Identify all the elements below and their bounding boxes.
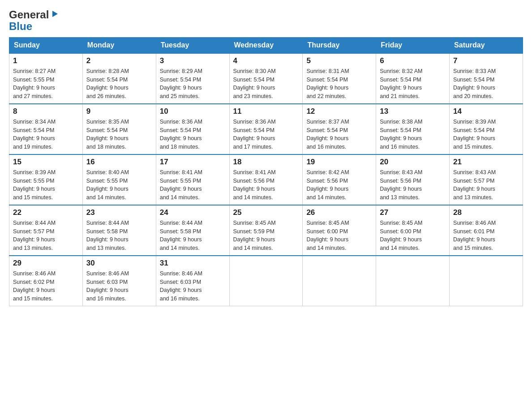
- day-info: Sunrise: 8:37 AMSunset: 5:54 PMDaylight:…: [306, 118, 372, 151]
- day-cell-10: 10Sunrise: 8:36 AMSunset: 5:54 PMDayligh…: [156, 104, 229, 154]
- day-number: 1: [13, 56, 79, 65]
- day-info: Sunrise: 8:44 AMSunset: 5:58 PMDaylight:…: [160, 219, 226, 253]
- day-cell-4: 4Sunrise: 8:30 AMSunset: 5:54 PMDaylight…: [229, 53, 303, 104]
- day-info: Sunrise: 8:29 AMSunset: 5:54 PMDaylight:…: [160, 67, 226, 101]
- day-info: Sunrise: 8:40 AMSunset: 5:55 PMDaylight:…: [86, 168, 152, 202]
- day-number: 25: [233, 208, 299, 217]
- day-cell-7: 7Sunrise: 8:33 AMSunset: 5:54 PMDaylight…: [450, 53, 523, 104]
- week-row-4: 22Sunrise: 8:44 AMSunset: 5:57 PMDayligh…: [9, 205, 523, 256]
- day-info: Sunrise: 8:41 AMSunset: 5:55 PMDaylight:…: [160, 168, 226, 202]
- svg-marker-0: [52, 11, 58, 17]
- day-info: Sunrise: 8:35 AMSunset: 5:54 PMDaylight:…: [86, 118, 152, 151]
- day-number: 26: [306, 208, 372, 217]
- day-number: 18: [233, 158, 299, 167]
- day-cell-29: 29Sunrise: 8:46 AMSunset: 6:02 PMDayligh…: [9, 256, 83, 306]
- day-cell-31: 31Sunrise: 8:46 AMSunset: 6:03 PMDayligh…: [156, 256, 229, 306]
- day-info: Sunrise: 8:31 AMSunset: 5:54 PMDaylight:…: [306, 67, 372, 101]
- day-number: 15: [13, 158, 79, 167]
- empty-cell: [450, 256, 523, 306]
- day-number: 27: [380, 208, 446, 217]
- day-cell-1: 1Sunrise: 8:27 AMSunset: 5:55 PMDaylight…: [9, 53, 83, 104]
- day-info: Sunrise: 8:46 AMSunset: 6:02 PMDaylight:…: [13, 270, 79, 303]
- day-info: Sunrise: 8:43 AMSunset: 5:57 PMDaylight:…: [453, 168, 519, 202]
- day-info: Sunrise: 8:46 AMSunset: 6:01 PMDaylight:…: [453, 219, 519, 253]
- day-number: 19: [306, 158, 372, 167]
- day-cell-5: 5Sunrise: 8:31 AMSunset: 5:54 PMDaylight…: [303, 53, 376, 104]
- day-info: Sunrise: 8:32 AMSunset: 5:54 PMDaylight:…: [380, 67, 446, 101]
- day-info: Sunrise: 8:45 AMSunset: 5:59 PMDaylight:…: [233, 219, 299, 253]
- day-number: 31: [160, 259, 226, 268]
- day-info: Sunrise: 8:36 AMSunset: 5:54 PMDaylight:…: [160, 118, 226, 151]
- day-number: 8: [13, 107, 79, 116]
- empty-cell: [376, 256, 450, 306]
- day-cell-11: 11Sunrise: 8:36 AMSunset: 5:54 PMDayligh…: [229, 104, 303, 154]
- day-cell-15: 15Sunrise: 8:39 AMSunset: 5:55 PMDayligh…: [9, 154, 83, 205]
- day-info: Sunrise: 8:39 AMSunset: 5:55 PMDaylight:…: [13, 168, 79, 202]
- day-cell-16: 16Sunrise: 8:40 AMSunset: 5:55 PMDayligh…: [82, 154, 156, 205]
- day-info: Sunrise: 8:46 AMSunset: 6:03 PMDaylight:…: [86, 270, 152, 303]
- day-number: 29: [13, 259, 79, 268]
- weekday-header-monday: Monday: [82, 37, 156, 53]
- day-cell-28: 28Sunrise: 8:46 AMSunset: 6:01 PMDayligh…: [450, 205, 523, 256]
- day-number: 3: [160, 56, 226, 65]
- day-info: Sunrise: 8:27 AMSunset: 5:55 PMDaylight:…: [13, 67, 79, 101]
- day-info: Sunrise: 8:39 AMSunset: 5:54 PMDaylight:…: [453, 118, 519, 151]
- day-cell-27: 27Sunrise: 8:45 AMSunset: 6:00 PMDayligh…: [376, 205, 450, 256]
- day-info: Sunrise: 8:41 AMSunset: 5:56 PMDaylight:…: [233, 168, 299, 202]
- day-number: 10: [160, 107, 226, 116]
- day-number: 9: [86, 107, 152, 116]
- day-cell-30: 30Sunrise: 8:46 AMSunset: 6:03 PMDayligh…: [82, 256, 156, 306]
- day-info: Sunrise: 8:45 AMSunset: 6:00 PMDaylight:…: [306, 219, 372, 253]
- day-cell-23: 23Sunrise: 8:44 AMSunset: 5:58 PMDayligh…: [82, 205, 156, 256]
- empty-cell: [303, 256, 376, 306]
- empty-cell: [229, 256, 303, 306]
- day-number: 4: [233, 56, 299, 65]
- day-info: Sunrise: 8:44 AMSunset: 5:58 PMDaylight:…: [86, 219, 152, 253]
- day-number: 22: [13, 208, 79, 217]
- day-cell-8: 8Sunrise: 8:34 AMSunset: 5:54 PMDaylight…: [9, 104, 83, 154]
- day-number: 2: [86, 56, 152, 65]
- day-info: Sunrise: 8:46 AMSunset: 6:03 PMDaylight:…: [160, 270, 226, 303]
- day-cell-25: 25Sunrise: 8:45 AMSunset: 5:59 PMDayligh…: [229, 205, 303, 256]
- page-header: General Blue: [9, 9, 523, 33]
- day-info: Sunrise: 8:30 AMSunset: 5:54 PMDaylight:…: [233, 67, 299, 101]
- day-cell-13: 13Sunrise: 8:38 AMSunset: 5:54 PMDayligh…: [376, 104, 450, 154]
- day-cell-19: 19Sunrise: 8:42 AMSunset: 5:56 PMDayligh…: [303, 154, 376, 205]
- logo-triangle-icon: [51, 9, 59, 20]
- day-cell-12: 12Sunrise: 8:37 AMSunset: 5:54 PMDayligh…: [303, 104, 376, 154]
- day-cell-9: 9Sunrise: 8:35 AMSunset: 5:54 PMDaylight…: [82, 104, 156, 154]
- weekday-header-friday: Friday: [376, 37, 450, 53]
- logo-blue: Blue: [9, 20, 32, 32]
- logo: General Blue: [9, 9, 59, 33]
- day-cell-14: 14Sunrise: 8:39 AMSunset: 5:54 PMDayligh…: [450, 104, 523, 154]
- day-number: 7: [453, 56, 519, 65]
- day-info: Sunrise: 8:34 AMSunset: 5:54 PMDaylight:…: [13, 118, 79, 151]
- day-number: 21: [453, 158, 519, 167]
- day-cell-18: 18Sunrise: 8:41 AMSunset: 5:56 PMDayligh…: [229, 154, 303, 205]
- logo-general: General: [9, 9, 49, 21]
- day-cell-17: 17Sunrise: 8:41 AMSunset: 5:55 PMDayligh…: [156, 154, 229, 205]
- day-cell-20: 20Sunrise: 8:43 AMSunset: 5:56 PMDayligh…: [376, 154, 450, 205]
- day-number: 5: [306, 56, 372, 65]
- day-number: 17: [160, 158, 226, 167]
- weekday-header-saturday: Saturday: [450, 37, 523, 53]
- day-cell-2: 2Sunrise: 8:28 AMSunset: 5:54 PMDaylight…: [82, 53, 156, 104]
- weekday-header-tuesday: Tuesday: [156, 37, 229, 53]
- day-cell-26: 26Sunrise: 8:45 AMSunset: 6:00 PMDayligh…: [303, 205, 376, 256]
- day-info: Sunrise: 8:33 AMSunset: 5:54 PMDaylight:…: [453, 67, 519, 101]
- day-info: Sunrise: 8:44 AMSunset: 5:57 PMDaylight:…: [13, 219, 79, 253]
- day-number: 6: [380, 56, 446, 65]
- day-number: 28: [453, 208, 519, 217]
- day-info: Sunrise: 8:45 AMSunset: 6:00 PMDaylight:…: [380, 219, 446, 253]
- day-cell-24: 24Sunrise: 8:44 AMSunset: 5:58 PMDayligh…: [156, 205, 229, 256]
- day-info: Sunrise: 8:42 AMSunset: 5:56 PMDaylight:…: [306, 168, 372, 202]
- calendar-table: SundayMondayTuesdayWednesdayThursdayFrid…: [9, 37, 523, 306]
- day-number: 20: [380, 158, 446, 167]
- day-number: 12: [306, 107, 372, 116]
- weekday-header-row: SundayMondayTuesdayWednesdayThursdayFrid…: [9, 37, 523, 53]
- day-number: 11: [233, 107, 299, 116]
- day-number: 14: [453, 107, 519, 116]
- day-cell-21: 21Sunrise: 8:43 AMSunset: 5:57 PMDayligh…: [450, 154, 523, 205]
- day-info: Sunrise: 8:43 AMSunset: 5:56 PMDaylight:…: [380, 168, 446, 202]
- week-row-2: 8Sunrise: 8:34 AMSunset: 5:54 PMDaylight…: [9, 104, 523, 154]
